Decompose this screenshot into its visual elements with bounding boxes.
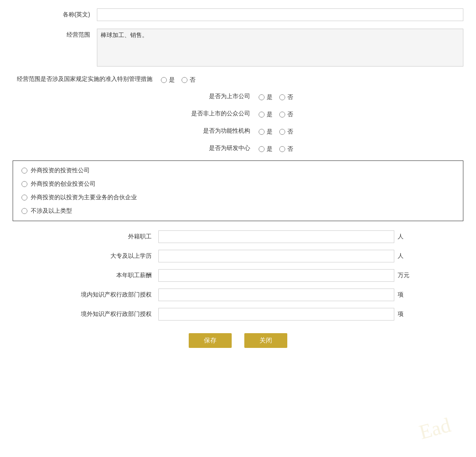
functional-institution-row: 是否为功能性机构 是 否: [13, 126, 463, 136]
non-listed-yes-radio[interactable]: [259, 112, 265, 118]
special-mgmt-row: 经营范围是否涉及国家规定实施的准入特别管理措施 是 否: [13, 74, 463, 84]
close-button[interactable]: 关闭: [244, 333, 287, 348]
non-listed-yes-label: 是: [267, 111, 273, 118]
domestic-ip-row: 境内知识产权行政部门授权 项: [13, 289, 463, 301]
special-mgmt-label: 经营范围是否涉及国家规定实施的准入特别管理措施: [17, 75, 152, 83]
save-button[interactable]: 保存: [189, 333, 232, 348]
name-en-label: 各称(英文): [13, 8, 97, 19]
foreign-invest-radio-3[interactable]: [21, 195, 27, 200]
foreign-invest-type-2[interactable]: 外商投资的创业投资公司: [21, 180, 455, 188]
foreign-invest-radio-4[interactable]: [21, 208, 27, 214]
business-scope-row: 经营范围 棒球加工、销售。: [13, 29, 463, 67]
non-listed-public-label: 是否非上市的公众公司: [183, 110, 250, 118]
rd-center-row: 是否为研发中心 是 否: [13, 143, 463, 153]
name-en-row: 各称(英文): [13, 8, 463, 21]
foreign-invest-radio-2[interactable]: [21, 181, 27, 187]
listed-company-label: 是否为上市公司: [183, 93, 250, 100]
college-edu-label: 大专及以上学历: [66, 252, 158, 260]
foreign-workers-label: 外籍职工: [66, 233, 158, 241]
functional-yes-label: 是: [267, 128, 273, 136]
business-scope-control: 棒球加工、销售。: [97, 29, 463, 67]
rd-yes-label: 是: [267, 145, 273, 153]
college-edu-input[interactable]: [158, 250, 394, 262]
foreign-ip-unit: 项: [398, 310, 410, 318]
rd-center-label: 是否为研发中心: [183, 144, 250, 152]
foreign-invest-label-1: 外商投资的投资性公司: [31, 167, 90, 174]
non-listed-yes-option[interactable]: 是: [259, 111, 273, 118]
foreign-ip-row: 境外知识产权行政部门授权 项: [13, 308, 463, 321]
foreign-workers-unit: 人: [398, 233, 410, 241]
special-mgmt-yes-radio[interactable]: [161, 77, 167, 83]
domestic-ip-label: 境内知识产权行政部门授权: [66, 291, 158, 299]
watermark: Ead: [417, 413, 453, 444]
foreign-invest-type-1[interactable]: 外商投资的投资性公司: [21, 167, 455, 174]
foreign-invest-type-box: 外商投资的投资性公司 外商投资的创业投资公司 外商投资的以投资为主要业务的合伙企…: [13, 160, 463, 221]
domestic-ip-input[interactable]: [158, 289, 394, 301]
special-mgmt-no-radio[interactable]: [182, 77, 187, 83]
listed-yes-option[interactable]: 是: [259, 94, 273, 101]
business-scope-label: 经营范围: [13, 29, 97, 39]
special-mgmt-no-label: 否: [190, 76, 195, 84]
listed-no-option[interactable]: 否: [279, 94, 293, 101]
non-listed-no-label: 否: [287, 111, 293, 118]
textarea-wrapper: 棒球加工、销售。: [97, 29, 463, 67]
functional-no-option[interactable]: 否: [279, 128, 293, 136]
foreign-workers-input[interactable]: [158, 230, 394, 243]
listed-yes-radio[interactable]: [259, 94, 265, 100]
special-mgmt-yes-option[interactable]: 是: [161, 76, 175, 84]
non-listed-no-radio[interactable]: [279, 112, 285, 118]
functional-no-radio[interactable]: [279, 129, 285, 135]
rd-no-option[interactable]: 否: [279, 145, 293, 153]
foreign-workers-row: 外籍职工 人: [13, 230, 463, 243]
non-listed-no-option[interactable]: 否: [279, 111, 293, 118]
annual-salary-unit: 万元: [398, 272, 410, 279]
rd-no-radio[interactable]: [279, 146, 285, 152]
non-listed-public-row: 是否非上市的公众公司 是 否: [13, 109, 463, 118]
annual-salary-label: 本年职工薪酬: [66, 272, 158, 279]
functional-no-label: 否: [287, 128, 293, 136]
foreign-invest-label-3: 外商投资的以投资为主要业务的合伙企业: [31, 194, 137, 201]
rd-no-label: 否: [287, 145, 293, 153]
functional-radio-group: 是 否: [259, 126, 293, 136]
rd-yes-radio[interactable]: [259, 146, 265, 152]
annual-salary-row: 本年职工薪酬 万元: [13, 269, 463, 282]
functional-yes-option[interactable]: 是: [259, 128, 273, 136]
business-scope-textarea[interactable]: 棒球加工、销售。: [97, 29, 463, 67]
button-row: 保存 关闭: [13, 333, 463, 348]
listed-company-radio-group: 是 否: [259, 91, 293, 101]
foreign-ip-label: 境外知识产权行政部门授权: [66, 310, 158, 318]
listed-no-radio[interactable]: [279, 94, 285, 100]
annual-salary-input[interactable]: [158, 269, 394, 282]
functional-yes-radio[interactable]: [259, 129, 265, 135]
rd-yes-option[interactable]: 是: [259, 145, 273, 153]
college-edu-row: 大专及以上学历 人: [13, 250, 463, 262]
name-en-control: [97, 8, 463, 21]
functional-institution-label: 是否为功能性机构: [183, 127, 250, 135]
foreign-invest-radio-1[interactable]: [21, 168, 27, 174]
foreign-invest-label-4: 不涉及以上类型: [31, 207, 72, 215]
listed-yes-label: 是: [267, 94, 273, 101]
domestic-ip-unit: 项: [398, 291, 410, 299]
foreign-invest-type-3[interactable]: 外商投资的以投资为主要业务的合伙企业: [21, 194, 455, 201]
rd-radio-group: 是 否: [259, 143, 293, 153]
non-listed-radio-group: 是 否: [259, 109, 293, 118]
special-mgmt-yes-label: 是: [169, 76, 175, 84]
special-mgmt-no-option[interactable]: 否: [182, 76, 195, 84]
name-en-input[interactable]: [97, 8, 463, 21]
foreign-invest-label-2: 外商投资的创业投资公司: [31, 180, 96, 188]
foreign-ip-input[interactable]: [158, 308, 394, 321]
foreign-invest-type-4[interactable]: 不涉及以上类型: [21, 207, 455, 215]
special-mgmt-radio-group: 是 否: [161, 74, 195, 84]
college-edu-unit: 人: [398, 252, 410, 260]
listed-company-row: 是否为上市公司 是 否: [13, 91, 463, 101]
listed-no-label: 否: [287, 94, 293, 101]
